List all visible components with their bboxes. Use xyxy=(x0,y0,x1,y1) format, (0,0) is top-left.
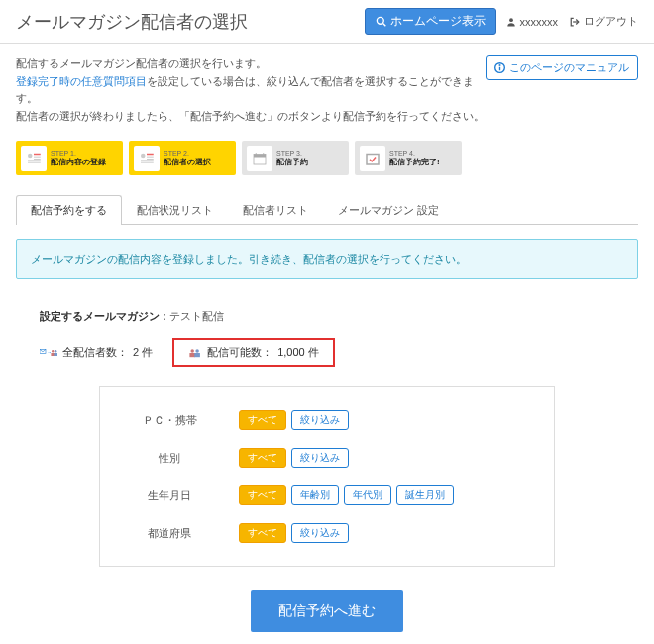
chip-all[interactable]: すべて xyxy=(239,523,286,543)
step-label: STEP 2. xyxy=(164,150,211,158)
step-people-icon xyxy=(134,146,160,171)
proceed-wrap: 配信予約へ進む xyxy=(40,590,614,632)
step-title: 配信内容の登録 xyxy=(51,158,106,167)
step-title: 配信予約完了! xyxy=(389,158,440,167)
step-label: STEP 3. xyxy=(276,150,308,158)
info-alert: メールマガジンの配信内容を登録しました。引き続き、配信者の選択を行ってください。 xyxy=(16,239,638,279)
chip-byera[interactable]: 年代別 xyxy=(344,485,391,505)
svg-point-31 xyxy=(196,349,200,353)
desc-line1: 配信するメールマガジン配信者の選択を行います。 xyxy=(16,55,486,73)
step-label: STEP 4. xyxy=(389,150,440,158)
step-1: STEP 1. 配信内容の登録 xyxy=(16,141,123,175)
logout-link[interactable]: ログアウト xyxy=(570,14,638,29)
chip-bymonth[interactable]: 誕生月別 xyxy=(396,485,454,505)
step-title: 配信予約 xyxy=(276,158,308,167)
step-label: STEP 1. xyxy=(51,150,106,158)
mailmag-value: テスト配信 xyxy=(169,310,224,322)
chip-narrow[interactable]: 絞り込み xyxy=(291,410,349,430)
svg-text:→: → xyxy=(47,349,52,354)
step-check-icon xyxy=(360,146,385,171)
chip-byage[interactable]: 年齢別 xyxy=(291,485,339,505)
tab-status[interactable]: 配信状況リスト xyxy=(122,195,228,225)
total-value: 2 件 xyxy=(133,345,153,360)
mailmag-line: 設定するメールマガジン : テスト配信 xyxy=(40,309,614,324)
top-row: 配信するメールマガジン配信者の選択を行います。 登録完了時の任意質問項目を設定し… xyxy=(16,55,638,125)
mailmag-label: 設定するメールマガジン xyxy=(40,310,160,322)
svg-point-7 xyxy=(28,154,33,159)
logout-icon xyxy=(570,17,580,27)
svg-rect-15 xyxy=(147,157,154,158)
svg-point-0 xyxy=(377,17,383,24)
filter-row-birth: 生年月日 すべて 年齢別 年代別 誕生月別 xyxy=(100,477,554,514)
tab-subscribers[interactable]: 配信者リスト xyxy=(228,195,323,225)
content: 配信するメールマガジン配信者の選択を行います。 登録完了時の任意質問項目を設定し… xyxy=(0,44,654,644)
info-icon xyxy=(494,62,505,73)
svg-line-1 xyxy=(382,24,385,27)
capacity-value: 1,000 件 xyxy=(277,345,319,360)
svg-rect-14 xyxy=(147,154,154,156)
filter-row-prefecture: 都道府県 すべて 絞り込み xyxy=(100,514,554,552)
logout-label: ログアウト xyxy=(584,14,638,29)
chip-all[interactable]: すべて xyxy=(239,485,286,505)
step-3: STEP 3. 配信予約 xyxy=(242,141,349,175)
manual-button-label: このページのマニュアル xyxy=(509,60,629,75)
svg-point-26 xyxy=(52,350,54,352)
description: 配信するメールマガジン配信者の選択を行います。 登録完了時の任意質問項目を設定し… xyxy=(16,55,486,125)
svg-rect-18 xyxy=(141,162,154,163)
svg-point-13 xyxy=(141,154,146,159)
username: xxxxxxx xyxy=(520,16,559,28)
chip-narrow[interactable]: 絞り込み xyxy=(291,523,349,543)
page-header: メールマガジン配信者の選択 ホームページ表示 xxxxxxx ログアウト xyxy=(0,0,654,44)
page-title: メールマガジン配信者の選択 xyxy=(16,10,365,34)
capacity-label: 配信可能数： xyxy=(207,345,272,360)
tab-settings[interactable]: メールマガジン 設定 xyxy=(323,195,454,225)
homepage-button-label: ホームページ表示 xyxy=(390,13,486,30)
user-area: xxxxxxx ログアウト xyxy=(506,14,639,29)
svg-rect-32 xyxy=(190,353,196,357)
svg-point-2 xyxy=(509,18,513,22)
svg-rect-9 xyxy=(34,157,41,158)
svg-rect-17 xyxy=(141,160,154,161)
step-4: STEP 4. 配信予約完了! xyxy=(355,141,462,175)
proceed-button[interactable]: 配信予約へ進む xyxy=(251,590,403,632)
filter-row-gender: 性別 すべて 絞り込み xyxy=(100,439,554,477)
svg-rect-16 xyxy=(147,159,154,160)
step-calendar-icon xyxy=(247,146,272,171)
svg-rect-33 xyxy=(194,353,200,357)
mail-people-icon: → xyxy=(40,347,57,359)
step-title: 配信者の選択 xyxy=(164,158,211,167)
svg-point-30 xyxy=(191,349,195,353)
tab-reserve[interactable]: 配信予約をする xyxy=(16,195,122,225)
svg-rect-20 xyxy=(254,154,266,157)
filter-label: ＰＣ・携帯 xyxy=(100,413,239,428)
svg-point-6 xyxy=(499,65,500,66)
step-2: STEP 2. 配信者の選択 xyxy=(129,141,236,175)
manual-button[interactable]: このページのマニュアル xyxy=(486,55,638,80)
main-section: 設定するメールマガジン : テスト配信 → 全配信者数：2 件 配信可能数：1,… xyxy=(16,309,638,632)
filter-row-device: ＰＣ・携帯 すべて 絞り込み xyxy=(100,401,554,439)
capacity-count: 配信可能数：1,000 件 xyxy=(172,338,335,367)
svg-rect-8 xyxy=(34,154,41,156)
desc-line2: 登録完了時の任意質問項目を設定している場合は、絞り込んで配信者を選択することがで… xyxy=(16,73,486,108)
optional-question-link[interactable]: 登録完了時の任意質問項目 xyxy=(16,75,147,87)
chip-all[interactable]: すべて xyxy=(239,410,286,430)
svg-rect-11 xyxy=(28,160,41,161)
filter-label: 生年月日 xyxy=(100,488,239,503)
homepage-button[interactable]: ホームページ表示 xyxy=(365,8,496,35)
svg-rect-12 xyxy=(28,162,41,163)
total-label: 全配信者数： xyxy=(62,345,128,360)
filter-label: 都道府県 xyxy=(100,526,239,541)
step-indicator: STEP 1. 配信内容の登録 STEP 2. 配信者の選択 STEP 3. 配… xyxy=(16,141,638,175)
step-doc-icon xyxy=(21,146,47,171)
svg-rect-10 xyxy=(34,159,41,160)
user-icon xyxy=(506,17,516,27)
svg-rect-29 xyxy=(54,353,57,356)
svg-point-27 xyxy=(54,350,56,352)
search-icon xyxy=(376,16,386,27)
chip-narrow[interactable]: 絞り込み xyxy=(291,448,349,468)
user-link[interactable]: xxxxxxx xyxy=(506,16,559,28)
filter-label: 性別 xyxy=(100,451,239,466)
tabs: 配信予約をする 配信状況リスト 配信者リスト メールマガジン 設定 xyxy=(16,195,638,225)
chip-all[interactable]: すべて xyxy=(239,448,286,468)
desc-line3: 配信者の選択が終わりましたら、「配信予約へ進む」のボタンより配信予約を行ってくだ… xyxy=(16,108,486,126)
